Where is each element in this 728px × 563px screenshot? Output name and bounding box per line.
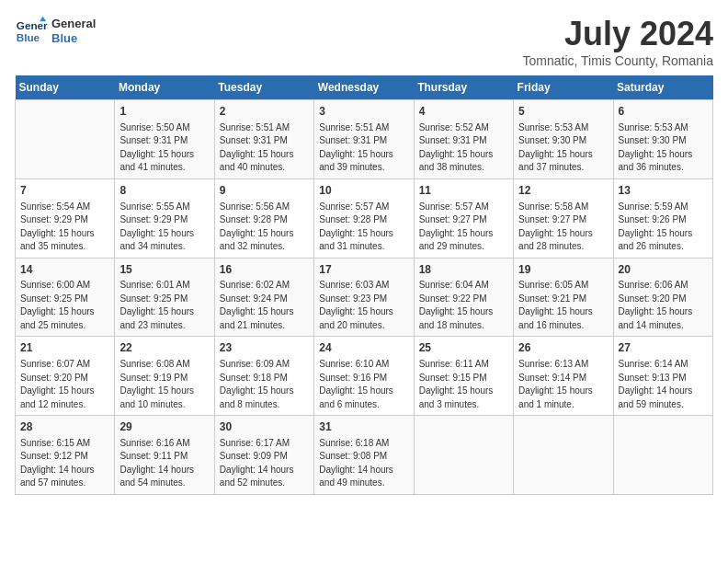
week-row-3: 14Sunrise: 6:00 AM Sunset: 9:25 PM Dayli…: [16, 258, 713, 337]
calendar-cell: [514, 416, 613, 495]
day-number: 9: [220, 183, 309, 199]
day-info: Sunrise: 5:54 AM Sunset: 9:29 PM Dayligh…: [20, 201, 109, 254]
logo-text-general: General: [51, 17, 96, 31]
day-number: 20: [619, 262, 708, 278]
calendar-cell: 2Sunrise: 5:51 AM Sunset: 9:31 PM Daylig…: [214, 100, 313, 179]
day-info: Sunrise: 5:57 AM Sunset: 9:28 PM Dayligh…: [319, 201, 408, 254]
logo: General Blue General Blue: [15, 15, 96, 48]
calendar-cell: 30Sunrise: 6:17 AM Sunset: 9:09 PM Dayli…: [214, 416, 313, 495]
day-number: 1: [119, 104, 209, 120]
col-header-thursday: Thursday: [414, 75, 513, 100]
day-info: Sunrise: 5:56 AM Sunset: 9:28 PM Dayligh…: [220, 201, 309, 254]
day-info: Sunrise: 6:05 AM Sunset: 9:21 PM Dayligh…: [518, 279, 608, 332]
title-block: July 2024 Tomnatic, Timis County, Romani…: [523, 15, 713, 68]
day-info: Sunrise: 5:51 AM Sunset: 9:31 PM Dayligh…: [319, 121, 408, 175]
day-number: 26: [518, 340, 608, 356]
day-info: Sunrise: 6:09 AM Sunset: 9:18 PM Dayligh…: [220, 358, 309, 411]
day-number: 4: [419, 104, 508, 120]
calendar-cell: 22Sunrise: 6:08 AM Sunset: 9:19 PM Dayli…: [115, 337, 214, 416]
calendar-cell: 3Sunrise: 5:51 AM Sunset: 9:31 PM Daylig…: [314, 100, 414, 179]
calendar-cell: 5Sunrise: 5:53 AM Sunset: 9:30 PM Daylig…: [514, 100, 613, 179]
calendar-cell: 24Sunrise: 6:10 AM Sunset: 9:16 PM Dayli…: [314, 337, 414, 416]
day-number: 13: [619, 183, 708, 199]
day-number: 6: [619, 104, 708, 120]
day-info: Sunrise: 5:59 AM Sunset: 9:26 PM Dayligh…: [619, 201, 708, 254]
day-number: 28: [20, 419, 109, 435]
day-info: Sunrise: 6:11 AM Sunset: 9:15 PM Dayligh…: [419, 358, 508, 411]
col-header-wednesday: Wednesday: [314, 75, 414, 100]
week-row-1: 1Sunrise: 5:50 AM Sunset: 9:31 PM Daylig…: [16, 100, 713, 179]
day-info: Sunrise: 6:18 AM Sunset: 9:08 PM Dayligh…: [319, 437, 408, 490]
day-info: Sunrise: 6:00 AM Sunset: 9:25 PM Dayligh…: [20, 279, 109, 332]
day-number: 3: [319, 104, 408, 120]
day-info: Sunrise: 6:08 AM Sunset: 9:19 PM Dayligh…: [119, 358, 209, 411]
calendar-cell: 29Sunrise: 6:16 AM Sunset: 9:11 PM Dayli…: [115, 416, 214, 495]
calendar-cell: 4Sunrise: 5:52 AM Sunset: 9:31 PM Daylig…: [414, 100, 513, 179]
day-number: 29: [119, 419, 209, 435]
calendar-cell: 23Sunrise: 6:09 AM Sunset: 9:18 PM Dayli…: [214, 337, 313, 416]
calendar-table: SundayMondayTuesdayWednesdayThursdayFrid…: [15, 75, 713, 495]
logo-text-blue: Blue: [51, 31, 77, 46]
day-info: Sunrise: 5:57 AM Sunset: 9:27 PM Dayligh…: [419, 201, 508, 254]
col-header-friday: Friday: [514, 75, 613, 100]
calendar-cell: [16, 100, 115, 179]
calendar-cell: 19Sunrise: 6:05 AM Sunset: 9:21 PM Dayli…: [514, 258, 613, 337]
day-info: Sunrise: 6:13 AM Sunset: 9:14 PM Dayligh…: [518, 358, 608, 411]
calendar-cell: 10Sunrise: 5:57 AM Sunset: 9:28 PM Dayli…: [314, 178, 414, 258]
day-info: Sunrise: 5:53 AM Sunset: 9:30 PM Dayligh…: [619, 121, 708, 175]
location-subtitle: Tomnatic, Timis County, Romania: [523, 53, 713, 68]
day-number: 2: [220, 104, 309, 120]
day-info: Sunrise: 6:06 AM Sunset: 9:20 PM Dayligh…: [619, 279, 708, 332]
day-info: Sunrise: 5:50 AM Sunset: 9:31 PM Dayligh…: [119, 121, 209, 175]
calendar-cell: 11Sunrise: 5:57 AM Sunset: 9:27 PM Dayli…: [414, 178, 513, 258]
day-number: 23: [220, 340, 309, 356]
week-row-5: 28Sunrise: 6:15 AM Sunset: 9:12 PM Dayli…: [16, 416, 713, 495]
day-number: 10: [319, 183, 408, 199]
calendar-cell: 21Sunrise: 6:07 AM Sunset: 9:20 PM Dayli…: [16, 337, 115, 416]
day-info: Sunrise: 5:55 AM Sunset: 9:29 PM Dayligh…: [119, 201, 209, 254]
day-number: 31: [319, 419, 408, 435]
calendar-cell: 12Sunrise: 5:58 AM Sunset: 9:27 PM Dayli…: [514, 178, 613, 258]
day-number: 5: [518, 104, 608, 120]
calendar-cell: 14Sunrise: 6:00 AM Sunset: 9:25 PM Dayli…: [16, 258, 115, 337]
day-number: 24: [319, 340, 408, 356]
calendar-cell: 20Sunrise: 6:06 AM Sunset: 9:20 PM Dayli…: [613, 258, 712, 337]
calendar-cell: [414, 416, 513, 495]
day-info: Sunrise: 6:03 AM Sunset: 9:23 PM Dayligh…: [319, 279, 408, 332]
day-info: Sunrise: 6:15 AM Sunset: 9:12 PM Dayligh…: [20, 437, 109, 490]
day-info: Sunrise: 6:10 AM Sunset: 9:16 PM Dayligh…: [319, 358, 408, 411]
day-number: 21: [20, 340, 109, 356]
day-info: Sunrise: 6:01 AM Sunset: 9:25 PM Dayligh…: [119, 279, 209, 332]
day-number: 19: [518, 262, 608, 278]
day-info: Sunrise: 5:58 AM Sunset: 9:27 PM Dayligh…: [518, 201, 608, 254]
day-info: Sunrise: 6:16 AM Sunset: 9:11 PM Dayligh…: [119, 437, 209, 490]
calendar-cell: 15Sunrise: 6:01 AM Sunset: 9:25 PM Dayli…: [115, 258, 214, 337]
day-number: 12: [518, 183, 608, 199]
calendar-cell: 8Sunrise: 5:55 AM Sunset: 9:29 PM Daylig…: [115, 178, 214, 258]
day-info: Sunrise: 5:51 AM Sunset: 9:31 PM Dayligh…: [220, 121, 309, 175]
day-info: Sunrise: 6:04 AM Sunset: 9:22 PM Dayligh…: [419, 279, 508, 332]
calendar-cell: 17Sunrise: 6:03 AM Sunset: 9:23 PM Dayli…: [314, 258, 414, 337]
svg-text:Blue: Blue: [17, 31, 40, 43]
calendar-cell: 28Sunrise: 6:15 AM Sunset: 9:12 PM Dayli…: [16, 416, 115, 495]
calendar-cell: 26Sunrise: 6:13 AM Sunset: 9:14 PM Dayli…: [514, 337, 613, 416]
week-row-4: 21Sunrise: 6:07 AM Sunset: 9:20 PM Dayli…: [16, 337, 713, 416]
day-number: 16: [220, 262, 309, 278]
calendar-cell: 6Sunrise: 5:53 AM Sunset: 9:30 PM Daylig…: [613, 100, 712, 179]
day-number: 30: [220, 419, 309, 435]
col-header-monday: Monday: [115, 75, 214, 100]
day-number: 7: [20, 183, 109, 199]
day-info: Sunrise: 6:02 AM Sunset: 9:24 PM Dayligh…: [220, 279, 309, 332]
day-info: Sunrise: 6:14 AM Sunset: 9:13 PM Dayligh…: [619, 358, 708, 411]
calendar-cell: [613, 416, 712, 495]
day-info: Sunrise: 6:07 AM Sunset: 9:20 PM Dayligh…: [20, 358, 109, 411]
col-header-sunday: Sunday: [16, 75, 115, 100]
calendar-cell: 27Sunrise: 6:14 AM Sunset: 9:13 PM Dayli…: [613, 337, 712, 416]
day-number: 17: [319, 262, 408, 278]
calendar-cell: 13Sunrise: 5:59 AM Sunset: 9:26 PM Dayli…: [613, 178, 712, 258]
calendar-cell: 9Sunrise: 5:56 AM Sunset: 9:28 PM Daylig…: [214, 178, 313, 258]
month-title: July 2024: [523, 15, 713, 53]
calendar-cell: 18Sunrise: 6:04 AM Sunset: 9:22 PM Dayli…: [414, 258, 513, 337]
calendar-cell: 25Sunrise: 6:11 AM Sunset: 9:15 PM Dayli…: [414, 337, 513, 416]
calendar-cell: 31Sunrise: 6:18 AM Sunset: 9:08 PM Dayli…: [314, 416, 414, 495]
